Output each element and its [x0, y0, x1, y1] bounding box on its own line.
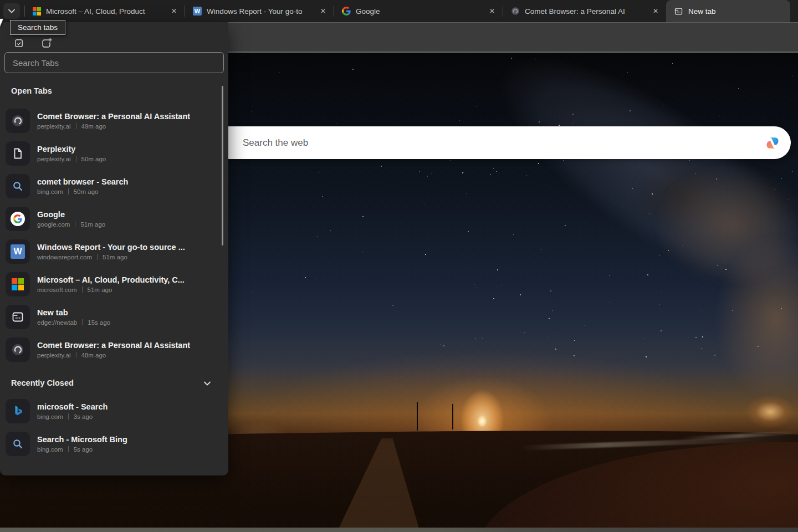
- nebula-dust: [715, 236, 798, 402]
- tab-list-item[interactable]: New tab edge://newtab15s ago: [0, 300, 228, 333]
- google-logo-icon: [342, 7, 351, 16]
- tab-new-tab-active[interactable]: New tab: [666, 0, 790, 22]
- item-title: Comet Browser: a Personal AI Assistant: [37, 341, 190, 350]
- open-tabs-list: Comet Browser: a Personal AI Assistant p…: [0, 104, 228, 366]
- divider: [76, 156, 76, 162]
- item-title: New tab: [37, 308, 110, 317]
- web-search-bar[interactable]: [198, 126, 791, 159]
- divider: [76, 352, 76, 358]
- copilot-button[interactable]: [761, 132, 784, 154]
- divider: [68, 413, 69, 420]
- item-time: 50m ago: [74, 188, 99, 195]
- close-tab-icon[interactable]: ✕: [651, 6, 661, 16]
- comet-icon: [6, 109, 30, 133]
- close-tab-icon[interactable]: ✕: [169, 6, 179, 16]
- tab-search-panel: Open Tabs Comet Browser: a Personal AI A…: [0, 22, 228, 475]
- tab-list-item[interactable]: W Windows Report - Your go-to source ...…: [0, 235, 228, 268]
- divider: [82, 287, 83, 293]
- divider: [75, 221, 75, 227]
- divider: [82, 319, 83, 325]
- microsoft-logo-icon: [33, 7, 41, 16]
- divider: [76, 123, 76, 129]
- tab-microsoft[interactable]: Microsoft – AI, Cloud, Product ✕: [25, 0, 185, 22]
- tab-bar: Microsoft – AI, Cloud, Product ✕ W Windo…: [0, 0, 798, 22]
- item-time: 51m ago: [103, 254, 127, 260]
- item-title: Comet Browser: a Personal AI Assistant: [37, 112, 190, 121]
- windows-report-icon: W: [6, 239, 30, 264]
- close-tab-icon[interactable]: ✕: [487, 6, 497, 16]
- close-tab-icon[interactable]: ✕: [318, 6, 328, 16]
- chevron-down-icon: [7, 7, 16, 16]
- browser-window: Microsoft – AI, Cloud, Product ✕ W Windo…: [0, 0, 798, 532]
- item-domain: google.com: [37, 221, 70, 228]
- item-time: 49m ago: [81, 123, 106, 130]
- tab-actions-menu-button[interactable]: [3, 3, 20, 19]
- panel-scrollbar[interactable]: [222, 86, 223, 245]
- tab-title: Windows Report - Your go-to: [207, 7, 313, 16]
- search-icon: [6, 174, 30, 198]
- tab-list-item[interactable]: Perplexity perplexity.ai50m ago: [0, 137, 228, 170]
- recently-closed-title: Recently Closed: [11, 378, 74, 388]
- item-domain: windowsreport.com: [37, 254, 92, 260]
- item-domain: bing.com: [37, 413, 63, 420]
- search-icon: [6, 432, 30, 456]
- vertical-tabs-icon[interactable]: [12, 37, 25, 50]
- add-tab-group-icon[interactable]: [40, 37, 53, 50]
- web-search-input[interactable]: [198, 126, 761, 159]
- item-domain: microsoft.com: [37, 287, 77, 293]
- comet-icon: [6, 337, 30, 362]
- item-time: 48m ago: [81, 352, 106, 359]
- item-domain: perplexity.ai: [37, 156, 71, 162]
- item-title: Perplexity: [37, 145, 106, 154]
- item-title: Search - Microsoft Bing: [37, 435, 127, 444]
- item-title: Google: [37, 210, 105, 219]
- item-domain: perplexity.ai: [37, 352, 71, 359]
- new-tab-icon: [6, 305, 30, 329]
- tab-title: New tab: [688, 7, 785, 16]
- tab-list-item[interactable]: Google google.com51m ago: [0, 202, 228, 235]
- item-title: Windows Report - Your go-to source ...: [37, 243, 185, 252]
- tab-list-item[interactable]: comet browser - Search bing.com50m ago: [0, 170, 228, 202]
- google-logo-icon: [6, 207, 30, 231]
- comet-logo-icon: [511, 7, 520, 16]
- tab-title: Comet Browser: a Personal AI: [525, 7, 646, 16]
- tab-search-input[interactable]: [4, 52, 224, 73]
- divider: [68, 188, 69, 195]
- pole-silhouette: [417, 402, 418, 431]
- item-title: comet browser - Search: [37, 177, 128, 186]
- copilot-icon: [765, 133, 780, 153]
- item-domain: perplexity.ai: [37, 123, 71, 130]
- taskbar-edge-strip: [0, 528, 798, 532]
- divider: [97, 254, 98, 260]
- item-time: 50m ago: [81, 156, 106, 162]
- new-tab-icon: [674, 7, 683, 16]
- tab-list-item[interactable]: Comet Browser: a Personal AI Assistant p…: [0, 333, 228, 366]
- recently-closed-list: microsoft - Search bing.com3s ago Search…: [0, 395, 228, 460]
- microsoft-logo-icon: [6, 272, 30, 296]
- item-time: 3s ago: [74, 413, 93, 420]
- pole-silhouette: [452, 404, 453, 429]
- document-icon: [6, 141, 30, 166]
- item-time: 15s ago: [88, 319, 110, 326]
- tab-list-item[interactable]: Comet Browser: a Personal AI Assistant p…: [0, 104, 228, 137]
- tab-comet-browser[interactable]: Comet Browser: a Personal AI ✕: [503, 0, 666, 22]
- open-tabs-header: Open Tabs: [11, 86, 228, 96]
- bing-icon: [6, 399, 30, 423]
- tab-strip: Microsoft – AI, Cloud, Product ✕ W Windo…: [24, 0, 790, 22]
- tab-windows-report[interactable]: W Windows Report - Your go-to ✕: [185, 0, 334, 22]
- divider: [68, 446, 69, 452]
- tab-list-item[interactable]: Microsoft – AI, Cloud, Productivity, C..…: [0, 268, 228, 300]
- tab-list-item[interactable]: Search - Microsoft Bing bing.com5s ago: [0, 427, 228, 460]
- item-time: 51m ago: [80, 221, 105, 228]
- tab-google[interactable]: Google ✕: [334, 0, 503, 22]
- collapse-section-icon[interactable]: [203, 379, 212, 388]
- item-domain: bing.com: [37, 188, 63, 195]
- item-domain: edge://newtab: [37, 319, 77, 326]
- item-title: Microsoft – AI, Cloud, Productivity, C..…: [37, 275, 185, 284]
- tab-list-item[interactable]: microsoft - Search bing.com3s ago: [0, 395, 228, 427]
- search-tabs-tooltip: Search tabs: [10, 20, 65, 35]
- windows-report-icon: W: [193, 7, 202, 16]
- recently-closed-header: Recently Closed: [11, 378, 212, 389]
- item-time: 51m ago: [88, 287, 112, 293]
- tab-title: Microsoft – AI, Cloud, Product: [46, 7, 164, 16]
